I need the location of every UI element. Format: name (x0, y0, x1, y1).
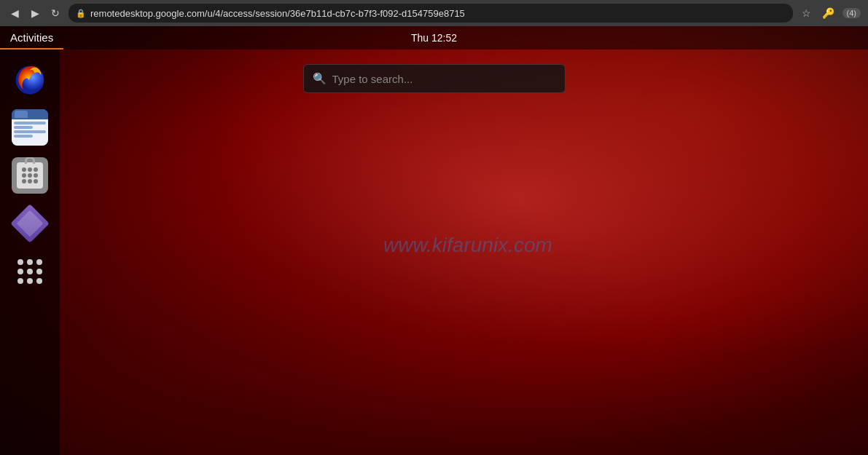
dock-icon-anbox[interactable] (9, 202, 51, 245)
activities-button[interactable]: Activities (0, 26, 63, 50)
dock (0, 50, 60, 455)
watermark-text: www.kifarunix.com (383, 234, 552, 257)
search-input[interactable] (332, 73, 556, 85)
lock-icon: 🔒 (76, 9, 86, 18)
back-button[interactable]: ◀ (7, 6, 22, 20)
anbox-icon (10, 204, 50, 243)
bookmark-button[interactable]: ☆ (799, 5, 815, 21)
browser-chrome: ◀ ▶ ↻ 🔒 remotedesktop.google.com/u/4/acc… (0, 0, 868, 26)
forward-button[interactable]: ▶ (28, 6, 42, 20)
reload-button[interactable]: ↻ (48, 6, 63, 20)
software-center-icon (12, 157, 48, 194)
search-icon: 🔍 (313, 72, 327, 85)
key-icon: 🔑 (821, 5, 837, 21)
address-bar-container[interactable]: 🔒 remotedesktop.google.com/u/4/access/se… (69, 4, 793, 23)
search-overlay: 🔍 (303, 64, 566, 93)
activities-label: Activities (10, 31, 53, 44)
search-box[interactable]: 🔍 (303, 64, 566, 93)
dock-icon-firefox[interactable] (9, 58, 51, 100)
address-bar-text: remotedesktop.google.com/u/4/access/sess… (90, 8, 786, 19)
extensions-badge[interactable]: (4) (842, 8, 861, 18)
clock: Thu 12:52 (411, 32, 457, 44)
show-apps-icon (12, 253, 48, 290)
dock-icon-files[interactable] (9, 106, 51, 149)
dock-icon-software-center[interactable] (9, 154, 51, 197)
firefox-icon (10, 60, 50, 99)
topbar: Activities Thu 12:52 (0, 26, 868, 50)
files-icon (12, 109, 48, 146)
desktop: Activities Thu 12:52 🔍 (0, 26, 868, 455)
dock-icon-show-apps[interactable] (9, 250, 51, 293)
